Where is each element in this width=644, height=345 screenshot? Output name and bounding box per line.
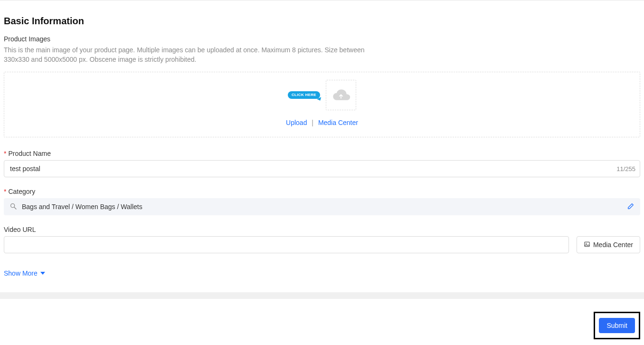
svg-point-0	[11, 203, 15, 207]
category-label-text: Category	[8, 188, 35, 195]
image-icon	[584, 241, 590, 249]
show-more-label: Show More	[4, 269, 38, 277]
category-label: * Category	[4, 188, 640, 195]
video-media-center-button[interactable]: Media Center	[577, 236, 640, 253]
category-value: Bags and Travel / Women Bags / Wallets	[22, 203, 622, 211]
media-center-link[interactable]: Media Center	[318, 119, 358, 126]
product-name-label-text: Product Name	[8, 150, 50, 157]
required-mark: *	[4, 150, 6, 157]
upload-links-separator: |	[312, 119, 313, 126]
submit-button[interactable]: Submit	[599, 318, 635, 333]
upload-links: Upload | Media Center	[4, 119, 640, 126]
video-url-row: Media Center	[4, 236, 640, 253]
footer-bar: Submit	[0, 306, 644, 345]
product-images-label: Product Images	[4, 35, 640, 43]
upload-icons-row: CLICK HERE	[288, 80, 356, 110]
chevron-down-icon	[40, 272, 45, 275]
upload-placeholder-box[interactable]	[326, 80, 356, 110]
section-divider	[0, 292, 644, 299]
product-name-counter: 11/255	[616, 165, 635, 172]
basic-information-title: Basic Information	[4, 16, 640, 27]
required-mark: *	[4, 188, 6, 195]
svg-line-1	[14, 207, 16, 209]
basic-information-section: Basic Information Product Images This is…	[0, 0, 644, 292]
video-url-input[interactable]	[4, 236, 569, 253]
click-here-badge: CLICK HERE	[288, 91, 320, 99]
submit-highlight-box: Submit	[594, 312, 640, 339]
product-name-input[interactable]	[4, 160, 640, 177]
video-url-label: Video URL	[4, 226, 640, 233]
image-upload-area[interactable]: CLICK HERE Upload | Media Center	[4, 72, 640, 137]
product-images-help: This is the main image of your product p…	[4, 46, 384, 64]
svg-point-3	[586, 243, 587, 244]
product-name-input-wrap: 11/255	[4, 160, 640, 177]
upload-link[interactable]: Upload	[286, 119, 307, 126]
cloud-upload-icon	[331, 87, 350, 103]
show-more-toggle[interactable]: Show More	[4, 269, 45, 277]
category-field[interactable]: Bags and Travel / Women Bags / Wallets	[4, 198, 640, 215]
video-media-center-label: Media Center	[593, 241, 633, 249]
product-name-label: * Product Name	[4, 150, 640, 157]
search-icon	[9, 202, 17, 211]
edit-icon[interactable]	[627, 202, 635, 211]
